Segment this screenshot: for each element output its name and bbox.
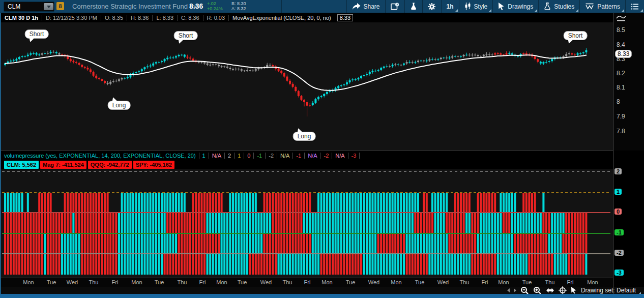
patterns-icon [585,3,594,10]
axis-day-label: Tue [155,279,164,285]
symbol-value: CLM [4,3,44,10]
quick-study-button[interactable] [404,0,422,13]
axis-day-label: Wed [67,279,78,285]
style-label: Style [474,3,488,10]
axis-day-label: Wed [368,279,379,285]
bid-ask: B: 8.30 A: 8.32 [231,1,246,11]
scroll-left-icon[interactable] [507,288,510,292]
price-tick: 8.1 [617,84,625,91]
chart-menu-button[interactable] [625,0,644,13]
style-button[interactable]: Style [459,0,493,13]
axis-day-label: Mon [23,279,34,285]
volumepressure-value: N/A [332,153,348,159]
zoom-in-icon[interactable] [533,286,542,295]
signal-bubble-long: Long [108,101,131,110]
price-axis[interactable]: 8.58.48.38.28.187.97.88.33 [613,13,644,151]
scale-mode-icon[interactable] [616,14,627,22]
timeframe-label: 1h [447,3,454,10]
signal-bubble-short: Short [174,31,198,40]
pressure-summary-badge: SPY: -405,162 [133,161,174,169]
share-button[interactable]: Share [346,0,385,13]
crosshair-icon[interactable] [559,286,567,294]
volumepressure-value: N/A [277,153,293,159]
share-icon [352,3,361,10]
volumepressure-value: -1 [254,153,266,159]
lower-axis-badge: 2 [614,168,622,174]
lower-axis-badge: 0 [614,208,622,215]
volumepressure-labels: CLM: 5,562Mag 7: -411,524QQQ: -942,772SP… [4,161,174,169]
axis-day-label: Mon [131,279,142,285]
gear-icon [428,3,436,11]
volumepressure-value: -2 [320,153,332,159]
price-tick: 8.2 [617,70,625,77]
volumepressure-value: -2 [266,153,277,159]
chart-title: CLM 30 D 1h [1,15,42,21]
lower-axis-badge: -3 [614,270,624,276]
volumepressure-value: -3 [348,153,360,159]
axis-day-label: Thu [178,279,187,285]
price-tick: 8.5 [617,26,625,34]
bid: B: 8.30 [231,1,246,6]
axis-day-label: Tue [522,279,532,285]
tos-chart-window: CLM 8 Cornerstone Strategic Investment F… [0,0,644,298]
news-button[interactable] [385,0,404,13]
last-price: 8.36 [189,0,203,13]
settings-button[interactable] [422,0,441,13]
top-toolbar: CLM 8 Cornerstone Strategic Investment F… [0,0,644,13]
horizontal-expand-icon[interactable] [546,287,554,294]
axis-day-label: Tue [47,279,56,285]
volumepressure-chart[interactable] [1,169,613,278]
bottom-toolbar: Drawing set: Default [1,287,644,294]
axis-day-label: Fri [304,279,311,285]
axis-day-label: Wed [260,279,272,285]
signal-bubble-short: Short [25,29,49,39]
header-low: L: 8.33 [153,15,178,21]
change-pct: +0.24% [207,6,223,11]
axis-day-label: Mon [587,279,598,285]
change-abs: +.02 [207,1,223,6]
linked-group-badge[interactable]: 8 [56,2,64,10]
toolbar-separator [281,0,282,13]
pressure-summary-badge: CLM: 5,562 [4,161,39,169]
lower-axis-badge: 1 [614,189,622,195]
studies-label: Studies [554,3,574,10]
axis-day-label: Mon [321,279,332,285]
volumepressure-study-label[interactable]: volumepressure (yes, EXPONENTIAL, 14, 20… [1,153,199,159]
patterns-button[interactable]: Patterns [579,0,625,13]
price-tick: 7.9 [617,113,625,120]
price-tick: 8.4 [617,41,625,48]
studies-flask-icon [544,3,551,10]
signal-bubble-long: Long [293,132,316,141]
studies-button[interactable]: Studies [538,0,579,13]
patterns-label: Patterns [597,3,620,10]
volumepressure-value: -1 [293,153,305,159]
symbol-dropdown-button[interactable] [44,3,53,10]
share-label: Share [364,3,380,10]
volumepressure-value: 2 [225,153,235,159]
axis-day-label: Mon [498,279,509,285]
news-calendar-icon [391,3,399,10]
chart-style-icon [464,3,471,10]
zoom-out-icon[interactable] [520,286,529,295]
volumepressure-value: N/A [209,153,225,159]
scroll-right-icon[interactable] [514,288,516,292]
axis-day-label: Thu [460,279,470,285]
pointer-tool-icon[interactable] [571,287,577,294]
header-close: C: 8.36 [178,15,203,21]
axis-day-label: Tue [238,279,247,285]
signal-bubble-short: Short [564,31,588,40]
header-open: O: 8.35 [101,15,127,21]
drawing-set-selector[interactable]: Drawing set: Default [581,287,641,294]
chart-ohlc-header: CLM 30 D 1h D: 12/12/25 3:30 PM O: 8.35 … [1,13,613,23]
symbol-input[interactable]: CLM [4,2,54,12]
axis-separator [613,13,613,294]
ema-study-label[interactable]: MovAvgExponential (CLOSE, 20, 0, no) [229,15,335,21]
axis-day-label: Wed [437,279,449,285]
header-range: R: 0.03 [203,15,229,21]
timeframe-button[interactable]: 1h [441,0,459,13]
axis-day-label: Tue [415,279,425,285]
drawings-button[interactable]: Drawings [492,0,538,13]
pressure-summary-badge: Mag 7: -411,524 [40,161,86,169]
symbol-description: Cornerstone Strategic Investment Fund In… [72,0,198,13]
volumepressure-value: 1 [235,153,244,159]
